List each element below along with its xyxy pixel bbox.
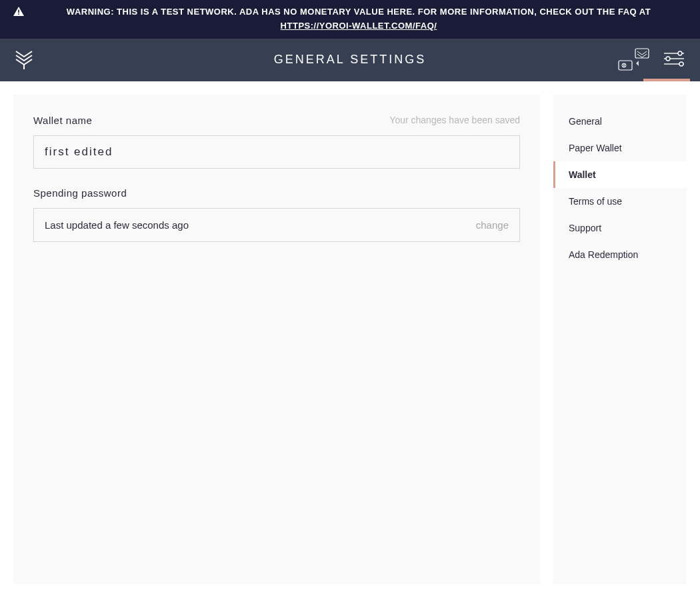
warning-bar: WARNING: THIS IS A TEST NETWORK. ADA HAS… xyxy=(0,0,700,39)
settings-side-nav: General Paper Wallet Wallet Terms of use… xyxy=(553,95,687,584)
warning-triangle-icon xyxy=(13,7,24,21)
nav-item-label: Paper Wallet xyxy=(569,143,622,153)
app-logo-icon[interactable] xyxy=(15,50,33,70)
svg-point-8 xyxy=(666,57,670,61)
nav-item-terms-of-use[interactable]: Terms of use xyxy=(553,188,687,215)
nav-item-support[interactable]: Support xyxy=(553,215,687,241)
wallet-name-label: Wallet name xyxy=(33,115,92,126)
svg-point-6 xyxy=(678,51,682,55)
nav-item-ada-redemption[interactable]: Ada Redemption xyxy=(553,241,687,268)
spending-password-label: Spending password xyxy=(33,187,127,199)
header-bar: GENERAL SETTINGS xyxy=(0,39,700,81)
main-area: Wallet name Your changes have been saved… xyxy=(0,81,700,592)
settings-tab-indicator xyxy=(643,79,690,81)
wallets-icon[interactable] xyxy=(617,47,649,73)
content-panel: Wallet name Your changes have been saved… xyxy=(13,95,540,584)
save-status: Your changes have been saved xyxy=(389,115,520,125)
warning-text: WARNING: THIS IS A TEST NETWORK. ADA HAS… xyxy=(31,5,687,33)
change-password-link[interactable]: change xyxy=(476,219,509,231)
settings-sliders-icon[interactable] xyxy=(663,50,685,70)
wallet-name-input[interactable] xyxy=(33,135,520,169)
svg-rect-3 xyxy=(619,61,632,70)
svg-rect-1 xyxy=(18,13,19,15)
spending-password-box: Last updated a few seconds ago change xyxy=(33,208,520,242)
password-updated-status: Last updated a few seconds ago xyxy=(45,219,189,231)
svg-rect-0 xyxy=(18,10,19,13)
nav-item-label: Wallet xyxy=(569,169,596,180)
nav-item-wallet[interactable]: Wallet xyxy=(553,161,687,188)
nav-item-label: Support xyxy=(569,223,601,233)
nav-item-paper-wallet[interactable]: Paper Wallet xyxy=(553,135,687,161)
svg-rect-2 xyxy=(635,49,649,58)
nav-item-label: General xyxy=(569,116,602,127)
page-title: GENERAL SETTINGS xyxy=(274,53,426,67)
wallet-name-label-row: Wallet name Your changes have been saved xyxy=(33,115,520,126)
nav-item-label: Terms of use xyxy=(569,196,622,207)
warning-faq-link[interactable]: HTTPS://YOROI-WALLET.COM/FAQ/ xyxy=(281,21,437,31)
wallet-name-section: Wallet name Your changes have been saved xyxy=(33,115,520,169)
nav-item-label: Ada Redemption xyxy=(569,249,638,260)
warning-message: WARNING: THIS IS A TEST NETWORK. ADA HAS… xyxy=(67,7,651,17)
nav-item-general[interactable]: General xyxy=(553,108,687,135)
svg-point-10 xyxy=(679,62,683,66)
spending-password-label-row: Spending password xyxy=(33,187,520,199)
spending-password-section: Spending password Last updated a few sec… xyxy=(33,187,520,242)
header-actions xyxy=(617,47,685,73)
